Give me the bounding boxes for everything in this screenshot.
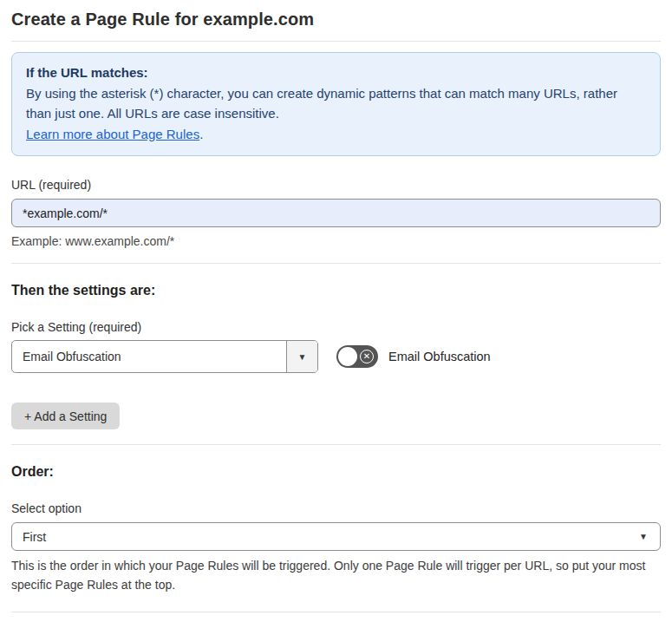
page-title: Create a Page Rule for example.com xyxy=(11,0,661,41)
url-input[interactable] xyxy=(11,199,661,227)
info-box-link-row: Learn more about Page Rules. xyxy=(26,124,646,145)
toggle-off-x-icon: ✕ xyxy=(360,350,374,363)
toggle-knob xyxy=(338,347,357,366)
setting-select[interactable]: Email Obfuscation ▼ xyxy=(11,340,318,373)
info-box-heading: If the URL matches: xyxy=(26,62,646,83)
order-section-heading: Order: xyxy=(11,464,661,480)
settings-section-heading: Then the settings are: xyxy=(11,283,661,298)
learn-more-link[interactable]: Learn more about Page Rules xyxy=(26,127,199,141)
setting-select-value: Email Obfuscation xyxy=(12,341,286,372)
order-help-text: This is the order in which your Page Rul… xyxy=(11,556,661,594)
order-select-value: First xyxy=(23,530,46,544)
email-obfuscation-toggle[interactable]: ✕ xyxy=(336,345,378,368)
toggle-label: Email Obfuscation xyxy=(388,350,491,363)
info-box-body: By using the asterisk (*) character, you… xyxy=(26,83,646,124)
order-select-label: Select option xyxy=(11,501,661,515)
page-rule-form: Create a Page Rule for example.com If th… xyxy=(0,0,672,622)
chevron-down-icon[interactable]: ▼ xyxy=(286,341,317,372)
section-divider xyxy=(11,444,661,445)
order-select[interactable]: First ▼ xyxy=(11,522,661,551)
pick-setting-label: Pick a Setting (required) xyxy=(11,320,661,334)
title-divider xyxy=(11,41,661,42)
section-divider xyxy=(11,263,661,264)
url-example-text: Example: www.example.com/* xyxy=(11,234,661,248)
setting-row: Email Obfuscation ▼ ✕ Email Obfuscation xyxy=(11,340,661,373)
add-setting-button[interactable]: + Add a Setting xyxy=(11,403,120,429)
footer-divider xyxy=(11,612,661,612)
url-match-info-box: If the URL matches: By using the asteris… xyxy=(11,52,661,156)
url-field-label: URL (required) xyxy=(11,178,661,192)
link-suffix: . xyxy=(199,127,203,141)
chevron-down-icon: ▼ xyxy=(639,532,648,541)
